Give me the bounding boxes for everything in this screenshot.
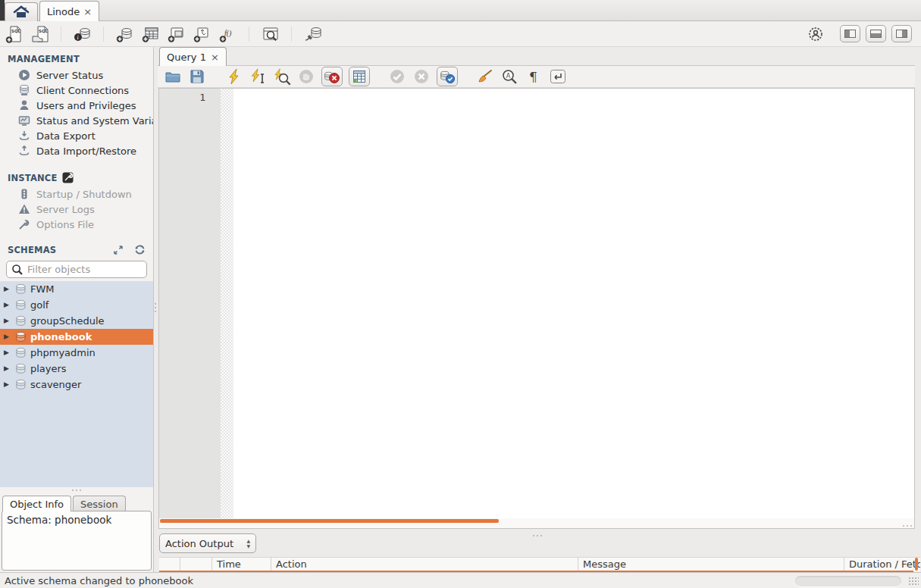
left-panel-icon [844, 30, 856, 38]
expander-icon[interactable]: ▶ [4, 333, 11, 340]
schema-inspector-icon[interactable]: i [73, 24, 92, 43]
action-output-panel: Action Output ▲▼ Time Action Message Dur… [159, 532, 921, 572]
progress-pill [795, 576, 901, 586]
sidebar-item-server-status[interactable]: Server Status [0, 67, 153, 83]
schema-row-phonebook[interactable]: ▶ phonebook [0, 329, 153, 345]
sidebar-item-options-file[interactable]: Options File [0, 217, 153, 232]
connection-tab-linode[interactable]: Linode × [39, 1, 99, 21]
schema-filter-input[interactable] [27, 264, 154, 275]
expand-schemas-icon[interactable] [113, 245, 124, 255]
editor-hscroll-thumb[interactable] [160, 519, 499, 523]
data-export-icon [18, 130, 30, 142]
toggle-left-sidebar-button[interactable] [840, 25, 860, 42]
schema-row-golf[interactable]: ▶ golf [0, 297, 153, 313]
fold-margin [221, 89, 233, 518]
close-icon[interactable]: × [83, 7, 92, 17]
output-vscroll-thumb[interactable] [915, 558, 918, 571]
schemas-section-title: SCHEMAS [0, 232, 153, 258]
home-tab[interactable] [5, 2, 38, 21]
tab-object-info[interactable]: Object Info [2, 496, 71, 511]
toolbar-separator [291, 27, 292, 42]
output-selector[interactable]: Action Output ▲▼ [159, 533, 256, 553]
sidebar-item-data-export[interactable]: Data Export [0, 128, 153, 143]
sidebar-item-users-privileges[interactable]: Users and Privileges [0, 98, 153, 113]
expander-icon[interactable]: ▶ [4, 365, 11, 372]
tab-session[interactable]: Session [73, 496, 126, 511]
toggle-stop-on-error-icon[interactable] [321, 67, 343, 86]
execute-current-icon[interactable] [249, 67, 267, 86]
column-message[interactable]: Message [578, 558, 844, 571]
main-toolbar: SQL SQL i f() [0, 21, 921, 47]
explain-icon[interactable] [273, 67, 291, 86]
sidebar-item-client-connections[interactable]: Client Connections [0, 83, 153, 98]
client-connections-icon [18, 84, 30, 96]
bottom-panel-icon [870, 30, 882, 38]
schema-row-scavenger[interactable]: ▶ scavenger [0, 377, 153, 393]
create-function-icon[interactable]: f() [218, 24, 237, 43]
expander-icon[interactable]: ▶ [4, 349, 11, 356]
toggle-autocommit-icon[interactable] [437, 67, 458, 86]
reconnect-dbms-icon[interactable] [303, 24, 322, 43]
home-icon [13, 5, 30, 20]
query-tab[interactable]: Query 1 × [159, 47, 227, 66]
schema-row-phpmyadmin[interactable]: ▶ phpmyadmin [0, 345, 153, 361]
close-icon[interactable]: × [211, 52, 219, 62]
resize-grip[interactable] [908, 577, 919, 586]
column-status[interactable] [180, 558, 212, 571]
svg-text:f(): f() [224, 29, 232, 38]
column-action[interactable]: Action [271, 558, 578, 571]
save-script-icon[interactable] [188, 67, 206, 86]
open-script-icon[interactable] [164, 67, 182, 86]
refresh-schemas-icon[interactable] [134, 244, 146, 255]
expander-icon[interactable]: ▶ [4, 286, 11, 292]
new-query-tab-icon[interactable]: SQL [5, 24, 23, 43]
column-index[interactable] [159, 558, 180, 571]
sidebar-item-server-logs[interactable]: Server Logs [0, 202, 153, 217]
find-icon[interactable]: A [500, 67, 518, 86]
schema-row-groupschedule[interactable]: ▶ groupSchedule [0, 313, 153, 329]
search-table-data-icon[interactable] [261, 24, 280, 43]
sidebar-item-status-variables[interactable]: Status and System Variables [0, 113, 153, 128]
column-duration-fetch[interactable]: Duration / Fetch [844, 558, 920, 571]
preferences-icon[interactable] [806, 24, 825, 43]
column-time[interactable]: Time [212, 558, 271, 571]
editor-hscroll-track[interactable] [159, 518, 914, 528]
stop-icon[interactable] [297, 67, 315, 86]
create-procedure-icon[interactable] [193, 24, 211, 43]
sidebar-splitter-grip[interactable] [0, 487, 153, 493]
rollback-icon[interactable] [412, 67, 431, 86]
toggle-wrap-icon[interactable] [549, 67, 567, 86]
query-workspace: Query 1 × A ¶ 1 [158, 47, 921, 572]
execute-icon[interactable] [224, 67, 243, 86]
toggle-right-sidebar-button[interactable] [891, 25, 912, 42]
status-variables-icon [18, 114, 30, 127]
expander-icon[interactable]: ▶ [4, 381, 11, 388]
schema-row-players[interactable]: ▶ players [0, 361, 153, 377]
create-view-icon[interactable] [167, 24, 186, 43]
spinner-arrows-icon: ▲▼ [246, 539, 250, 549]
info-panel-tabs: Object Info Session [0, 493, 153, 511]
status-bar: Active schema changed to phonebook [0, 572, 921, 588]
connection-tab-label: Linode [47, 6, 80, 17]
create-schema-icon[interactable] [115, 24, 134, 43]
limit-rows-icon[interactable] [349, 67, 370, 86]
svg-text:SQL: SQL [11, 29, 20, 33]
sidebar-item-startup-shutdown[interactable]: Startup / Shutdown [0, 186, 153, 202]
schema-icon [15, 347, 27, 359]
action-output-header: Time Action Message Duration / Fetch [159, 557, 920, 571]
expander-icon[interactable]: ▶ [4, 317, 11, 324]
expander-icon[interactable]: ▶ [4, 302, 11, 308]
create-table-icon[interactable] [141, 24, 160, 43]
toggle-output-area-button[interactable] [866, 25, 886, 42]
sql-edit-area[interactable] [233, 89, 914, 518]
object-info-content: Schema: phonebook [2, 511, 152, 571]
commit-icon[interactable] [388, 67, 406, 86]
schema-row-fwm[interactable]: ▶ FWM [0, 281, 153, 297]
show-invisibles-icon[interactable]: ¶ [525, 67, 543, 86]
line-number: 1 [199, 92, 205, 103]
management-section-title: MANAGEMENT [0, 47, 153, 67]
open-sql-script-icon[interactable]: SQL [30, 24, 49, 43]
sidebar-item-data-import[interactable]: Data Import/Restore [0, 143, 153, 158]
status-message: Active schema changed to phonebook [5, 575, 193, 586]
beautify-icon[interactable] [476, 67, 494, 86]
